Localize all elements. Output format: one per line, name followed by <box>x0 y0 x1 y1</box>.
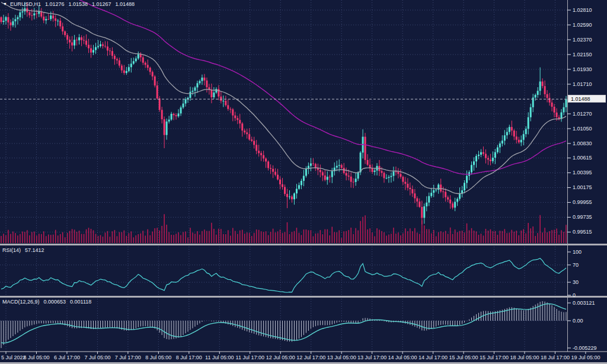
price-axis-label: 1.02810 <box>573 7 592 13</box>
time-axis-label: 8 Jul 05:00 <box>145 355 171 360</box>
rsi-pane-label: RSI(14)57.1412 <box>2 247 44 254</box>
price-axis-label: 1.02370 <box>573 37 592 43</box>
candles-layer <box>1 2 567 225</box>
volume-histogram <box>1 214 566 243</box>
macd-signal-line <box>1 304 566 343</box>
time-axis-label: 7 Jul 05:00 <box>84 355 110 360</box>
price-axis-labels: 1.028101.025901.023701.021501.019301.017… <box>567 7 592 235</box>
time-axis-label: 6 Jul 05:00 <box>23 355 49 360</box>
rsi-indicator-name: RSI(14) <box>2 247 21 253</box>
time-axis-label: 12 Jul 05:00 <box>266 355 295 360</box>
time-axis-label: 7 Jul 17:00 <box>115 355 141 360</box>
price-axis-label: 1.01710 <box>573 81 592 87</box>
price-axis-label: 1.02150 <box>573 52 592 58</box>
time-axis-labels: 5 Jul 20226 Jul 05:006 Jul 17:007 Jul 05… <box>1 352 600 360</box>
chart-title-bar: ▼EURUSD,H11.012761.015381.012671.01488 <box>3 1 135 8</box>
price-axis-label: 1.00830 <box>573 141 592 146</box>
rsi-indicator-value: 57.1412 <box>25 247 44 253</box>
time-axis-label: 12 Jul 17:00 <box>296 355 325 360</box>
price-axis-label: 0.99735 <box>573 214 592 220</box>
macd-histogram <box>1 301 566 348</box>
price-axis-label: 1.00175 <box>573 184 592 190</box>
chart-canvas[interactable]: 1.028101.025901.023701.021501.019301.017… <box>0 0 607 364</box>
chevron-down-icon[interactable]: ▼ <box>3 1 7 7</box>
price-axis-label: 1.01270 <box>573 111 592 117</box>
trading-chart-window: 1.028101.025901.023701.021501.019301.017… <box>0 0 607 364</box>
macd-pane-label: MACD(12,26,9)0.0006530.001118 <box>2 299 91 305</box>
ma-gray-line <box>1 2 566 194</box>
time-axis-label: 19 Jul 05:00 <box>571 355 600 360</box>
price-axis-label: 0.99515 <box>573 229 592 235</box>
price-axis-label: 1.00395 <box>573 170 592 175</box>
time-axis-label: 18 Jul 05:00 <box>510 355 539 360</box>
macd-axis-label: 0.003121 <box>573 300 595 306</box>
macd-signal-value: 0.001118 <box>70 299 91 305</box>
rsi-line <box>1 258 566 292</box>
time-axis-label: 15 Jul 17:00 <box>480 355 509 360</box>
time-axis-label: 11 Jul 17:00 <box>236 355 264 360</box>
rsi-axis-label: 70 <box>573 262 579 268</box>
macd-axis-label: -0.005229 <box>573 345 597 351</box>
time-axis-label: 14 Jul 05:00 <box>388 355 417 360</box>
current-price-badge: 1.01488 <box>568 95 606 103</box>
rsi-axis-label: 0 <box>573 292 576 298</box>
macd-main-value: 0.000653 <box>44 299 66 305</box>
time-axis-label: 13 Jul 17:00 <box>357 355 386 360</box>
price-axis-label: 1.01050 <box>573 126 592 132</box>
macd-indicator-name: MACD(12,26,9) <box>2 299 40 305</box>
ohlc-open-value: 1.01276 <box>45 1 65 7</box>
rsi-axis-label: 30 <box>573 279 579 285</box>
macd-axis-label: 0.00 <box>573 318 583 324</box>
ohlc-low-value: 1.01267 <box>92 1 111 7</box>
ohlc-high-value: 1.01538 <box>69 1 88 7</box>
time-axis-label: 5 Jul 2022 <box>1 355 26 360</box>
ohlc-close-value: 1.01488 <box>116 1 135 7</box>
macd-axis-labels: 0.0031210.00-0.005229 <box>567 300 597 351</box>
time-axis-label: 15 Jul 05:00 <box>449 355 478 360</box>
time-axis-label: 11 Jul 05:00 <box>205 355 234 360</box>
price-axis-label: 0.99955 <box>573 199 592 205</box>
time-axis-label: 8 Jul 17:00 <box>176 355 202 360</box>
time-axis-label: 18 Jul 17:00 <box>541 355 570 360</box>
price-axis-label: 1.01930 <box>573 66 592 72</box>
rsi-axis-labels: 10070300 <box>567 249 582 298</box>
symbol-period-label: EURUSD,H1 <box>10 1 41 7</box>
rsi-axis-label: 100 <box>573 249 582 255</box>
time-axis-label: 13 Jul 05:00 <box>327 355 356 360</box>
price-axis-label: 1.02590 <box>573 22 592 28</box>
time-axis-label: 6 Jul 17:00 <box>54 355 80 360</box>
ma-purple-line <box>1 0 566 174</box>
time-axis-label: 14 Jul 17:00 <box>418 355 448 360</box>
price-axis-label: 1.00615 <box>573 155 592 161</box>
